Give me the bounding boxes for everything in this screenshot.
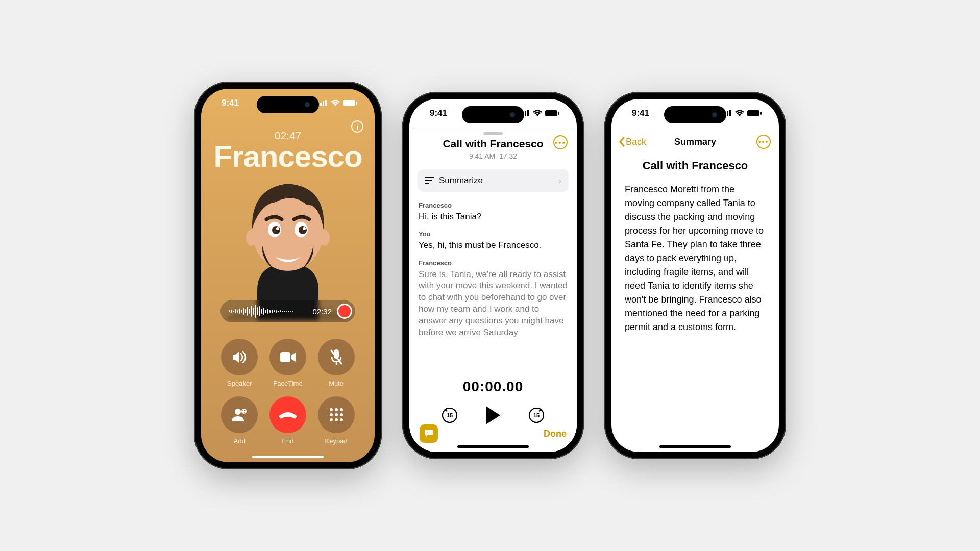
nav-bar: Back Summary ••• (611, 131, 779, 153)
svg-rect-48 (729, 110, 731, 116)
cellular-icon (317, 100, 328, 106)
speech-bubble-icon: " (424, 429, 434, 438)
transcript-screen: 9:41 ••• Call with Francesco 9:41 AM 17:… (409, 99, 577, 452)
back-button[interactable]: Back (619, 137, 646, 147)
svg-rect-1 (320, 103, 322, 106)
video-icon (279, 351, 297, 363)
svg-point-29 (340, 413, 343, 416)
wifi-icon (331, 100, 340, 106)
svg-point-14 (246, 230, 256, 246)
sheet-grabber[interactable] (483, 132, 503, 135)
speaker-label: Francesco (419, 201, 568, 210)
phone-frame-transcript: 9:41 ••• Call with Francesco 9:41 AM 17:… (402, 92, 584, 459)
speaker-label: Francesco (419, 259, 568, 268)
skip-back-button[interactable]: 15 (441, 407, 458, 424)
home-indicator[interactable] (659, 445, 731, 448)
svg-rect-16 (280, 352, 290, 362)
back-label: Back (626, 137, 646, 147)
svg-rect-36 (527, 110, 529, 116)
svg-point-20 (235, 409, 241, 415)
mute-label: Mute (329, 380, 344, 387)
speaker-label: You (419, 230, 568, 239)
summarize-label: Summarize (439, 176, 483, 186)
svg-point-27 (330, 413, 333, 416)
phone-frame-summary: 9:41 Back Summary ••• Call with Francesc… (604, 92, 786, 459)
skip-forward-button[interactable]: 15 (528, 407, 545, 424)
svg-point-32 (340, 418, 343, 421)
transcript-sheet: ••• Call with Francesco 9:41 AM 17:32 Su… (409, 128, 577, 452)
done-button[interactable]: Done (544, 429, 567, 439)
keypad-label: Keypad (325, 437, 348, 445)
hangup-icon (278, 410, 298, 419)
svg-rect-35 (525, 111, 526, 116)
status-time: 9:41 (632, 108, 649, 118)
keypad-button[interactable]: Keypad (312, 396, 360, 445)
svg-point-13 (303, 227, 306, 230)
waveform-icon (229, 300, 307, 322)
call-screen: 9:41 i 02:47 Francesco (201, 89, 375, 462)
mic-off-icon (329, 348, 344, 366)
svg-point-26 (340, 408, 343, 411)
svg-rect-37 (545, 110, 557, 116)
home-indicator[interactable] (252, 456, 324, 458)
add-button[interactable]: Add (215, 396, 264, 445)
contact-memoji (227, 172, 349, 320)
add-contact-icon (231, 407, 248, 422)
speaker-label: Speaker (227, 380, 252, 387)
status-time: 9:41 (222, 98, 239, 108)
transcript-line: Hi, is this Tania? (419, 211, 568, 223)
status-icons (722, 110, 762, 116)
summary-body: Francesco Moretti from the moving compan… (625, 183, 766, 334)
facetime-label: FaceTime (273, 380, 302, 387)
transcript-meta: 9:41 AM 17:32 (409, 152, 577, 160)
playback-controls: 00:00.00 15 15 (409, 379, 577, 424)
bottom-toolbar: " Done (409, 424, 577, 443)
dynamic-island (664, 106, 726, 123)
battery-icon (343, 100, 357, 106)
play-button[interactable] (486, 406, 500, 424)
summary-title: Call with Francesco (611, 159, 779, 172)
transcript-line: Sure is. Tania, we're all ready to assis… (419, 269, 568, 339)
transcript-source-button[interactable]: " (420, 424, 438, 443)
speaker-icon (231, 348, 248, 366)
recording-elapsed: 02:32 (312, 307, 332, 316)
svg-point-25 (335, 408, 338, 411)
svg-rect-50 (760, 112, 762, 115)
svg-rect-47 (727, 111, 728, 116)
more-button[interactable]: ••• (756, 135, 771, 149)
svg-point-28 (335, 413, 338, 416)
facetime-button[interactable]: FaceTime (264, 339, 312, 387)
wifi-icon (735, 110, 744, 116)
more-button[interactable]: ••• (553, 135, 568, 149)
svg-rect-5 (356, 102, 357, 105)
svg-rect-38 (558, 112, 559, 115)
transcript-body[interactable]: Francesco Hi, is this Tania? You Yes, hi… (419, 201, 568, 339)
caller-name: Francesco (201, 139, 375, 174)
phone-frame-call: 9:41 i 02:47 Francesco (194, 82, 382, 469)
svg-text:": " (427, 431, 429, 435)
home-indicator[interactable] (457, 445, 529, 448)
call-controls: Speaker FaceTime Mute Add End Keypad (201, 339, 375, 445)
battery-icon (545, 110, 559, 116)
svg-point-9 (272, 226, 280, 234)
dynamic-island (462, 106, 524, 123)
svg-rect-4 (343, 100, 355, 106)
svg-rect-3 (325, 100, 327, 106)
svg-rect-49 (747, 110, 760, 116)
mute-button[interactable]: Mute (312, 339, 360, 387)
battery-icon (747, 110, 762, 116)
add-label: Add (234, 437, 246, 445)
status-time: 9:41 (430, 108, 447, 118)
svg-point-30 (330, 418, 333, 421)
chevron-right-icon: › (558, 176, 561, 186)
end-call-button[interactable]: End (264, 396, 312, 445)
playback-time: 00:00.00 (409, 379, 577, 395)
speaker-button[interactable]: Speaker (215, 339, 264, 387)
summarize-button[interactable]: Summarize › (418, 169, 569, 192)
stop-record-button[interactable] (337, 304, 352, 319)
dynamic-island (257, 96, 319, 113)
svg-point-24 (330, 408, 333, 411)
summary-screen: 9:41 Back Summary ••• Call with Francesc… (611, 99, 779, 452)
transcript-title: Call with Francesco (409, 138, 577, 150)
svg-point-12 (299, 226, 307, 234)
